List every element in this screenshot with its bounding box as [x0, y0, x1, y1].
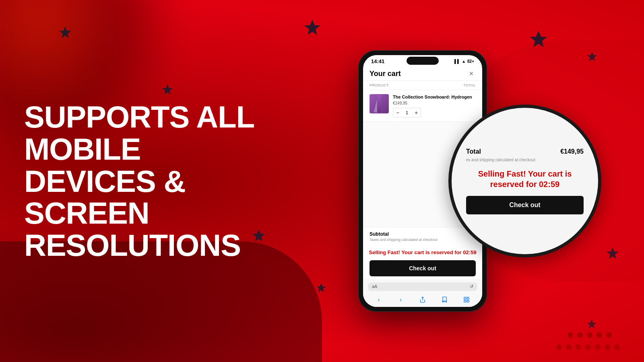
product-name: The Collection Snowboard: Hydrogen [393, 94, 476, 100]
subtotal-section: Subtotal Taxes and shipping calculated a… [363, 227, 482, 247]
svg-rect-12 [467, 300, 469, 302]
circle-selling-fast-text: Selling Fast! Your cart is reserved for … [466, 169, 584, 189]
cart-title: Your cart [369, 70, 401, 78]
phone-notch [407, 57, 439, 65]
share-icon [419, 296, 426, 303]
decrease-qty-button[interactable]: − [393, 108, 402, 117]
magnified-circle: Total €149,95 es and shipping calculated… [448, 105, 601, 257]
product-item: The Collection Snowboard: Hydrogen €149,… [363, 90, 482, 122]
close-button[interactable]: × [467, 69, 476, 78]
subtotal-label: Subtotal [369, 231, 389, 237]
browser-bar: aA ↺ [363, 280, 482, 293]
phone-and-circle-container: 14:41 ▌▌ ▲ 82+ Your cart × PRODU [338, 40, 620, 322]
svg-marker-3 [162, 84, 173, 95]
svg-marker-1 [304, 20, 320, 35]
total-column-header: TOTAL [463, 83, 476, 87]
address-bar[interactable]: aA ↺ [368, 282, 477, 291]
product-price: €149,95 [393, 101, 476, 105]
address-text: aA [372, 284, 377, 289]
cart-header: Your cart × [363, 66, 482, 81]
star-icon-1 [58, 25, 72, 40]
circle-content: Total €149,95 es and shipping calculated… [452, 136, 598, 226]
svg-rect-13 [464, 300, 466, 302]
subtotal-tax-note: Taxes and shipping calculated at checkou… [369, 238, 476, 242]
product-column-header: PRODUCT [369, 83, 389, 87]
svg-marker-0 [59, 27, 71, 38]
subtotal-row: Subtotal [369, 231, 476, 237]
reload-icon[interactable]: ↺ [470, 284, 473, 289]
dot-decorations [568, 332, 612, 338]
tabs-icon [463, 296, 470, 303]
circle-total-row: Total €149,95 [466, 148, 584, 155]
quantity-value: 1 [402, 110, 412, 115]
hero-text-block: SUPPORTS ALL MOBILE DEVICES & SCREEN RES… [24, 101, 258, 261]
product-image [369, 94, 389, 113]
status-time: 14:41 [371, 58, 384, 64]
status-icons: ▌▌ ▲ 82+ [454, 59, 474, 64]
browser-navigation: ‹ › [363, 293, 482, 307]
snowboard-image [377, 95, 381, 113]
star-icon-2 [303, 18, 322, 37]
circle-total-label: Total [466, 148, 481, 155]
quantity-control[interactable]: − 1 + [393, 108, 421, 117]
increase-qty-button[interactable]: + [412, 108, 421, 117]
bookmarks-button[interactable] [440, 296, 448, 304]
bookmarks-icon [441, 296, 448, 303]
dot-decorations-2 [556, 344, 620, 350]
tabs-button[interactable] [462, 296, 471, 304]
share-button[interactable] [419, 296, 427, 304]
checkout-button[interactable]: Check out [369, 260, 476, 276]
selling-fast-text: Selling Fast! Your cart is reserved for … [363, 247, 482, 259]
svg-rect-11 [467, 297, 469, 299]
table-header: PRODUCT TOTAL [363, 81, 482, 90]
back-nav-button[interactable]: ‹ [375, 296, 383, 304]
circle-total-value: €149,95 [560, 148, 584, 155]
hero-heading: SUPPORTS ALL MOBILE DEVICES & SCREEN RES… [24, 101, 258, 261]
star-icon-4 [161, 83, 174, 96]
star-icon-6 [316, 282, 327, 294]
product-info: The Collection Snowboard: Hydrogen €149,… [393, 94, 476, 117]
svg-marker-5 [316, 283, 326, 292]
forward-nav-button[interactable]: › [397, 296, 405, 304]
circle-tax-note: es and shipping calculated at checkout [466, 158, 584, 162]
svg-rect-10 [464, 297, 466, 299]
circle-checkout-button[interactable]: Check out [466, 196, 584, 214]
